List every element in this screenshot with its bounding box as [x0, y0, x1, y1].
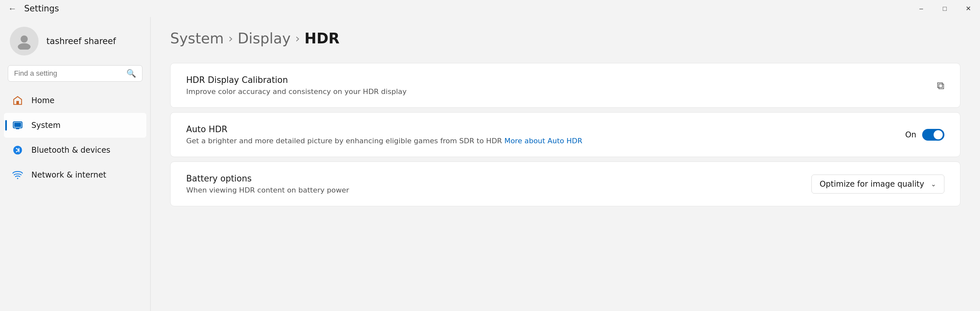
auto-hdr-text: Auto HDR Get a brighter and more detaile… [186, 124, 896, 145]
toggle-track [922, 129, 944, 141]
username: tashreef shareef [46, 36, 116, 46]
hdr-calibration-card: HDR Display Calibration Improve color ac… [170, 63, 960, 108]
breadcrumb: System › Display › HDR [170, 30, 960, 47]
battery-options-dropdown[interactable]: Optimize for image quality ⌄ [811, 175, 944, 194]
user-profile: tashreef shareef [0, 20, 150, 65]
back-button[interactable]: ← [5, 1, 20, 16]
svg-rect-6 [17, 128, 18, 129]
breadcrumb-sep-2: › [295, 32, 300, 45]
app-title: Settings [24, 3, 59, 13]
close-button[interactable]: ✕ [956, 0, 980, 17]
breadcrumb-hdr: HDR [304, 30, 339, 47]
svg-point-7 [13, 146, 22, 155]
sidebar-item-bluetooth[interactable]: Bluetooth & devices [4, 138, 146, 162]
window-controls: – □ ✕ [910, 0, 980, 17]
hdr-calibration-row: HDR Display Calibration Improve color ac… [170, 63, 960, 107]
hdr-calibration-action: ⧉ [937, 79, 944, 92]
battery-options-title: Battery options [186, 174, 802, 183]
sidebar-item-home-label: Home [31, 96, 54, 105]
content-area: System › Display › HDR HDR Display Calib… [151, 17, 980, 311]
auto-hdr-action: On [905, 129, 944, 141]
maximize-button[interactable]: □ [933, 0, 956, 17]
toggle-thumb [934, 130, 943, 140]
minimize-button[interactable]: – [910, 0, 933, 17]
sidebar-item-network[interactable]: Network & internet [4, 162, 146, 187]
svg-rect-4 [14, 123, 21, 127]
battery-options-row: Battery options When viewing HDR content… [170, 162, 960, 206]
auto-hdr-card: Auto HDR Get a brighter and more detaile… [170, 112, 960, 157]
external-link-icon[interactable]: ⧉ [937, 79, 944, 92]
network-icon [11, 168, 24, 181]
sidebar-item-system[interactable]: System [4, 113, 146, 138]
search-input[interactable] [14, 69, 123, 78]
svg-point-0 [21, 36, 28, 43]
svg-point-8 [17, 178, 18, 179]
search-icon: 🔍 [126, 69, 136, 78]
home-icon [11, 94, 24, 107]
dropdown-value: Optimize for image quality [819, 179, 924, 189]
auto-hdr-title: Auto HDR [186, 124, 896, 134]
hdr-calibration-text: HDR Display Calibration Improve color ac… [186, 75, 927, 95]
sidebar: tashreef shareef 🔍 Home [0, 17, 150, 311]
battery-options-text: Battery options When viewing HDR content… [186, 174, 802, 194]
svg-rect-2 [16, 101, 19, 105]
more-about-auto-hdr-link[interactable]: More about Auto HDR [504, 137, 582, 145]
auto-hdr-desc-text: Get a brighter and more detailed picture… [186, 137, 502, 145]
auto-hdr-desc: Get a brighter and more detailed picture… [186, 137, 896, 145]
person-icon [16, 33, 33, 49]
sidebar-item-home[interactable]: Home [4, 88, 146, 113]
auto-hdr-row: Auto HDR Get a brighter and more detaile… [170, 113, 960, 157]
battery-options-card: Battery options When viewing HDR content… [170, 162, 960, 206]
system-icon [11, 119, 24, 132]
sidebar-item-system-label: System [31, 121, 61, 130]
breadcrumb-system: System [170, 30, 224, 47]
battery-options-action: Optimize for image quality ⌄ [811, 175, 944, 194]
hdr-calibration-title: HDR Display Calibration [186, 75, 927, 85]
battery-options-desc: When viewing HDR content on battery powe… [186, 186, 802, 194]
search-box[interactable]: 🔍 [8, 65, 142, 82]
sidebar-item-network-label: Network & internet [31, 170, 106, 179]
auto-hdr-toggle[interactable] [922, 129, 944, 141]
app-body: tashreef shareef 🔍 Home [0, 17, 980, 311]
hdr-calibration-desc: Improve color accuracy and consistency o… [186, 87, 927, 95]
avatar [10, 27, 38, 56]
chevron-down-icon: ⌄ [931, 180, 936, 188]
breadcrumb-sep-1: › [228, 32, 233, 45]
titlebar: ← Settings – □ ✕ [0, 0, 980, 17]
sidebar-item-bluetooth-label: Bluetooth & devices [31, 146, 110, 155]
titlebar-left: ← Settings [5, 1, 59, 16]
nav-list: Home System [0, 88, 150, 187]
bluetooth-icon [11, 144, 24, 157]
svg-point-1 [18, 43, 31, 50]
auto-hdr-toggle-label: On [905, 130, 916, 140]
sidebar-scroll: Home System [0, 88, 150, 311]
breadcrumb-display: Display [237, 30, 290, 47]
